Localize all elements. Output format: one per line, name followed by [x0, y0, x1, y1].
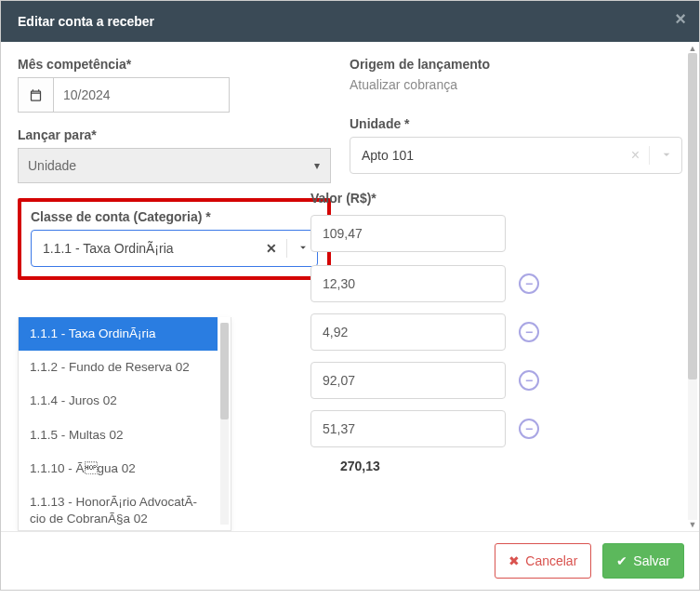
- clear-icon[interactable]: ✕: [260, 241, 283, 256]
- remove-icon[interactable]: −: [519, 370, 539, 391]
- remove-icon[interactable]: −: [519, 273, 539, 294]
- dropdown-option[interactable]: 1.1.13 - HonorÃ¡rio AdvocatÃ­cio de Cobr…: [19, 486, 218, 531]
- save-button[interactable]: ✔ Salvar: [602, 543, 684, 579]
- origem-label: Origem de lançamento: [350, 57, 682, 72]
- categoria-dropdown[interactable]: 1.1.1 - Taxa OrdinÃ¡ria 1.1.2 - Fundo de…: [18, 317, 231, 531]
- remove-icon[interactable]: −: [519, 419, 539, 439]
- valor-input-2[interactable]: [310, 313, 506, 351]
- dropdown-option[interactable]: 1.1.4 - Juros 02: [19, 384, 218, 418]
- lancar-para-select[interactable]: Unidade: [18, 148, 331, 183]
- check-icon: ✔: [616, 553, 627, 568]
- mes-competencia-label: Mês competência*: [18, 57, 331, 72]
- chevron-down-icon[interactable]: [297, 241, 310, 257]
- categoria-label: Classe de conta (Categoria) *: [31, 209, 318, 224]
- dropdown-option[interactable]: 1.1.5 - Multas 02: [19, 419, 218, 452]
- origem-value: Atualizar cobrança: [350, 77, 682, 92]
- dropdown-option[interactable]: 1.1.1 - Taxa OrdinÃ¡ria: [19, 317, 218, 351]
- scrollbar-thumb[interactable]: [688, 53, 697, 379]
- chevron-down-icon[interactable]: [659, 147, 674, 165]
- unidade-label: Unidade *: [350, 116, 682, 131]
- dropdown-option[interactable]: 1.1.10 - Ãgua 02: [19, 452, 218, 486]
- modal-header: Editar conta a receber ×: [1, 1, 699, 42]
- valor-input-0[interactable]: [310, 215, 506, 252]
- scroll-up-icon[interactable]: ▲: [688, 44, 697, 53]
- valor-input-1[interactable]: [310, 265, 506, 302]
- valor-input-3[interactable]: [310, 362, 506, 399]
- lancar-para-label: Lançar para*: [18, 127, 331, 142]
- mes-competencia-input[interactable]: [53, 77, 230, 113]
- modal-title: Editar conta a receber: [18, 14, 154, 29]
- total-value: 270,13: [340, 459, 682, 473]
- edit-receivable-modal: Editar conta a receber × Mês competência…: [0, 0, 700, 591]
- cancel-button[interactable]: ✖ Cancelar: [495, 543, 591, 579]
- modal-body: Mês competência* Lançar para* Unidade ▾: [1, 42, 699, 531]
- unidade-value: Apto 101: [362, 148, 414, 163]
- close-icon: ✖: [508, 553, 520, 568]
- categoria-value: 1.1.1 - Taxa OrdinÃ¡ria: [43, 241, 174, 256]
- scroll-down-icon[interactable]: ▼: [688, 520, 697, 529]
- unidade-select[interactable]: Apto 101 ×: [350, 137, 682, 174]
- categoria-select[interactable]: 1.1.1 - Taxa OrdinÃ¡ria ✕: [31, 230, 318, 267]
- dropdown-option[interactable]: 1.1.2 - Fundo de Reserva 02: [19, 351, 218, 384]
- close-icon[interactable]: ×: [675, 8, 686, 30]
- calendar-icon[interactable]: [18, 77, 53, 113]
- modal-scrollbar[interactable]: ▲ ▼: [688, 53, 697, 520]
- clear-icon[interactable]: ×: [631, 147, 649, 164]
- remove-icon[interactable]: −: [519, 322, 539, 342]
- scrollbar-thumb[interactable]: [220, 323, 229, 419]
- dropdown-scrollbar[interactable]: [220, 323, 229, 525]
- separator: [286, 239, 287, 258]
- valor-label: Valor (R$)*: [310, 191, 682, 206]
- modal-footer: ✖ Cancelar ✔ Salvar: [1, 531, 699, 590]
- valor-input-4[interactable]: [310, 410, 506, 447]
- categoria-highlight: Classe de conta (Categoria) * 1.1.1 - Ta…: [18, 198, 331, 280]
- separator: [649, 146, 650, 165]
